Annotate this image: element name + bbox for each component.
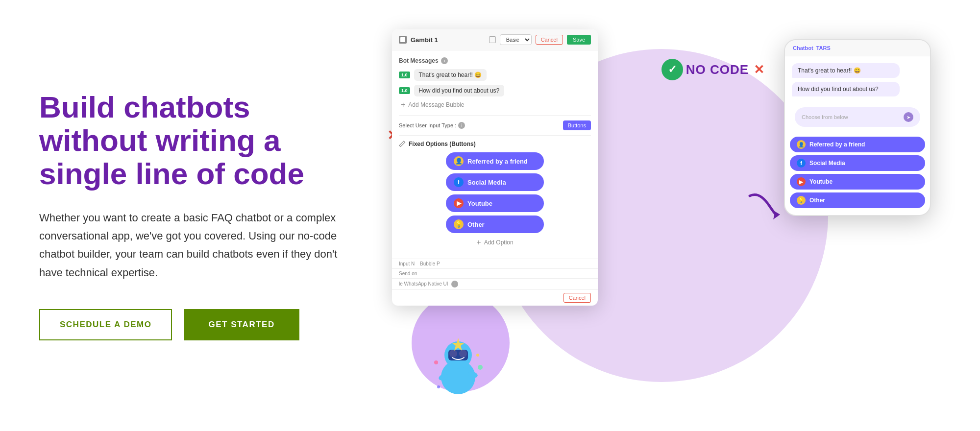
message-bubble-2: How did you find out about us? <box>414 85 505 96</box>
add-message-bubble[interactable]: + Add Message Bubble <box>399 100 591 109</box>
info-icon: i <box>441 57 448 64</box>
editor-header: Gambit 1 Basic Cancel Save <box>392 29 598 50</box>
buttons-type-button[interactable]: Buttons <box>563 120 591 130</box>
robot-character <box>421 328 495 402</box>
version-badge-2: 1.0 <box>399 87 410 94</box>
info-icon-3: i <box>451 281 458 287</box>
cancel-bottom-button[interactable]: Cancel <box>564 293 591 303</box>
hero-title: Build chatbots without writing a single … <box>39 91 353 191</box>
basic-dropdown[interactable]: Basic <box>500 34 532 45</box>
options-list: 👤 Referred by a friend f Social Media ▶ … <box>399 152 591 233</box>
cancel-button[interactable]: Cancel <box>536 35 563 45</box>
user-input-label: Select User Input Type : i <box>399 122 465 129</box>
phone-referred-icon: 👤 <box>797 140 806 149</box>
editor-panel: Gambit 1 Basic Cancel Save Bot Messages … <box>392 29 598 306</box>
arrow-element <box>745 186 784 227</box>
editor-body: Bot Messages i 1.0 That's great to hear!… <box>392 50 598 259</box>
add-option-button[interactable]: + Add Option <box>399 238 591 247</box>
bottom-editor-row-2: Send on <box>392 268 598 278</box>
phone-option-referred[interactable]: 👤 Referred by a friend <box>790 137 925 152</box>
schedule-demo-button[interactable]: SCHEDULE A DEMO <box>39 309 172 340</box>
other-icon: 💡 <box>454 219 464 229</box>
user-input-row: Select User Input Type : i Buttons <box>399 120 591 130</box>
no-code-badge: ✓ NO CODE ✕ <box>662 59 764 80</box>
bottom-editor-row-3: le WhatsApp Native UI i <box>392 278 598 289</box>
option-other[interactable]: 💡 Other <box>446 216 544 233</box>
divider-1 <box>399 115 591 116</box>
message-row-1: 1.0 That's great to hear!! 😄 <box>399 69 591 81</box>
phone-header: Chatbot TARS <box>785 40 930 56</box>
message-bubble-1: That's great to hear!! 😄 <box>414 69 487 81</box>
svg-rect-6 <box>448 350 468 360</box>
phone-chat-area: That's great to hear!! 😄 How did you fin… <box>785 56 930 107</box>
version-badge-1: 1.0 <box>399 72 410 78</box>
page-container: Build chatbots without writing a single … <box>0 0 980 431</box>
youtube-icon: ▶ <box>454 198 464 208</box>
fixed-options-header: Fixed Options (Buttons) <box>399 141 591 147</box>
option-social[interactable]: f Social Media <box>446 173 544 191</box>
no-code-text: NO CODE <box>686 62 749 77</box>
option-youtube[interactable]: ▶ Youtube <box>446 194 544 212</box>
phone-social-icon: f <box>797 159 806 168</box>
edit-icon[interactable] <box>489 36 496 43</box>
phone-youtube-icon: ▶ <box>797 177 806 186</box>
option-referred[interactable]: 👤 Referred by a friend <box>446 152 544 170</box>
divider-2 <box>399 135 591 136</box>
social-icon: f <box>454 177 464 187</box>
gambit-title: Gambit 1 <box>411 36 485 44</box>
svg-rect-0 <box>400 37 405 42</box>
editor-footer: Cancel <box>392 289 598 306</box>
referred-icon: 👤 <box>454 156 464 166</box>
svg-point-13 <box>437 385 440 388</box>
chat-bubble-2: How did you find out about us? <box>792 82 900 96</box>
info-icon-2: i <box>458 122 465 129</box>
phone-other-icon: 💡 <box>797 196 806 205</box>
phone-panel: Chatbot TARS That's great to hear!! 😄 Ho… <box>784 39 931 216</box>
phone-option-youtube[interactable]: ▶ Youtube <box>790 174 925 190</box>
bottom-editor-row: Input N Bubble P <box>392 259 598 268</box>
phone-options: 👤 Referred by a friend f Social Media ▶ … <box>785 137 930 215</box>
phone-send-icon[interactable]: ➤ <box>904 112 913 122</box>
phone-option-other[interactable]: 💡 Other <box>790 192 925 208</box>
svg-point-12 <box>476 354 479 357</box>
pencil-icon <box>399 141 406 147</box>
no-code-x-icon: ✕ <box>754 62 764 77</box>
cta-buttons: SCHEDULE A DEMO GET STARTED <box>39 309 353 340</box>
svg-point-10 <box>434 360 438 364</box>
phone-input-placeholder: Choose from below <box>802 114 848 120</box>
svg-point-11 <box>478 365 483 370</box>
message-row-2: 1.0 How did you find out about us? <box>399 85 591 96</box>
chat-bubble-1: That's great to hear!! 😄 <box>792 63 900 78</box>
hero-description: Whether you want to create a basic FAQ c… <box>39 209 343 282</box>
bot-messages-label: Bot Messages i <box>399 57 591 64</box>
get-started-button[interactable]: GET STARTED <box>184 309 299 340</box>
phone-input-area[interactable]: Choose from below ➤ <box>795 107 920 127</box>
phone-input-wrapper: Choose from below ➤ <box>785 107 930 137</box>
right-content: ✕ ✕ ✓ NO CODE ✕ Gambit 1 Basic Cancel Sa… <box>382 0 941 431</box>
phone-option-social[interactable]: f Social Media <box>790 155 925 171</box>
save-button[interactable]: Save <box>567 35 591 45</box>
left-content: Build chatbots without writing a single … <box>39 91 382 340</box>
no-code-check-icon: ✓ <box>662 59 683 80</box>
editor-panel-icon <box>399 36 407 44</box>
phone-brand: Chatbot TARS <box>793 45 831 51</box>
